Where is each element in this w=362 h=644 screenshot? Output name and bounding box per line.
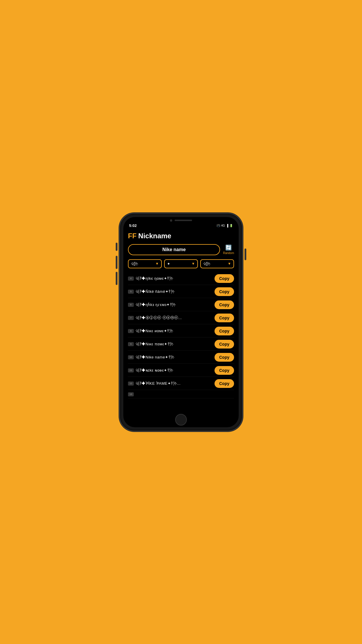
app-title: FF Nickname [128,232,234,240]
row-number-1: 5 [128,290,134,294]
signal-icon: ▐ [226,224,228,227]
nickname-left-3: 7 ꧁༒✦Ⓝ①ⓚⓔ ⓝⓐⓜⓔ... [128,316,212,320]
row-number-2: 6 [128,303,134,307]
home-button-area [123,412,239,427]
volume-down-button [116,272,117,285]
phone-speaker [175,220,192,221]
vibrate-icon: 📳 [217,224,220,227]
nickname-text-1: ꧁༒✦Ñïkë ñämë✦༒꧂ [136,289,175,294]
copy-button-7[interactable]: Copy [215,366,234,375]
row-number-7: 11 [128,368,134,372]
copy-button-3[interactable]: Copy [215,314,234,322]
dropdown-arrow-1: ▼ [155,262,159,266]
nickname-row: 11 ꧁༒✦ɴɪkε ɴαɵε✦༒꧂ Copy [128,364,234,377]
nickname-row-partial: 13 [128,391,234,398]
nickname-row: 7 ꧁༒✦Ⓝ①ⓚⓔ ⓝⓐⓜⓔ... Copy [128,312,234,324]
nickname-left-0: 4 ꧁༒✦ηïkє ηαмє✦༒꧂ [128,276,212,281]
row-number-5: 9 [128,342,134,346]
row-number-6: 10 [128,355,134,359]
nickname-row: 8 ꧁༒✦Νικε иαмε✦༒꧂ Copy [128,325,234,337]
dropdown-arrow-2: ▼ [191,262,195,266]
title-ff: FF [128,232,136,240]
copy-button-2[interactable]: Copy [215,300,234,309]
search-row: 🔄 Random [128,244,234,255]
filter-dropdown-1[interactable]: ꧁꧂ ▼ [128,259,162,268]
copy-button-8[interactable]: Copy [215,379,234,388]
nickname-row: 9 ꧁༒✦Νικε παмε✦༒꧂ Copy [128,338,234,351]
copy-button-6[interactable]: Copy [215,353,234,362]
nickname-left-5: 9 ꧁༒✦Νικε παмε✦༒꧂ [128,342,212,346]
nickname-row: 10 ꧁༒✦Nike name✦༒꧂ Copy [128,351,234,364]
nickname-row: 4 ꧁༒✦ηïkє ηαмє✦༒꧂ Copy [128,272,234,285]
power-button [245,249,246,260]
row-number-partial: 13 [128,392,134,396]
screen-content: FF Nickname 🔄 Random ꧁꧂ ▼ ✦ ▼ [123,229,239,412]
nickname-left-4: 8 ꧁༒✦Νικε иαмε✦༒꧂ [128,329,212,333]
copy-button-0[interactable]: Copy [215,274,234,283]
filter-row: ꧁꧂ ▼ ✦ ▼ ꧁꧂ ▼ [128,259,234,268]
title-text: Nickname [138,232,171,240]
filter-dropdown-2[interactable]: ✦ ▼ [164,259,198,268]
nickname-text-7: ꧁༒✦ɴɪkε ɴαɵε✦༒꧂ [136,368,173,372]
nickname-text-4: ꧁༒✦Νικε иαмε✦༒꧂ [136,329,173,333]
row-number-3: 7 [128,316,134,320]
filter-symbol-1: ꧁꧂ [131,262,138,266]
row-number-8: 12 [128,382,134,386]
copy-button-1[interactable]: Copy [215,287,234,296]
nickname-row: 12 ꧁༒✦ῬĪKΕ ῬAME✦༒꧂... Copy [128,377,234,390]
random-button[interactable]: 🔄 Random [223,244,234,255]
nickname-text-8: ꧁༒✦ῬĪKΕ ῬAME✦༒꧂... [136,381,181,386]
nickname-left-7: 11 ꧁༒✦ɴɪkε ɴαɵε✦༒꧂ [128,368,212,372]
battery-icon: 🔋 [229,224,233,227]
front-camera [170,219,172,222]
phone-frame: 5:02 📳 4G ▐ 🔋 FF Nickname 🔄 Random [120,214,242,431]
phone-screen: 5:02 📳 4G ▐ 🔋 FF Nickname 🔄 Random [123,217,239,427]
home-button[interactable] [175,414,187,426]
nickname-left-partial: 13 [128,392,234,396]
search-input[interactable] [128,244,220,255]
random-label: Random [223,251,234,255]
copy-button-4[interactable]: Copy [215,327,234,335]
nickname-left-2: 6 ꧁༒✦ηɦkз ηɾємз✦༒꧂ [128,302,212,307]
nickname-text-2: ꧁༒✦ηɦkз ηɾємз✦༒꧂ [136,302,176,307]
nickname-left-8: 12 ꧁༒✦ῬĪKΕ ῬAME✦༒꧂... [128,381,212,386]
status-icons: 📳 4G ▐ 🔋 [217,224,233,227]
row-number-0: 4 [128,276,134,281]
volume-up-button [116,256,117,269]
copy-button-5[interactable]: Copy [215,340,234,349]
nickname-text-5: ꧁༒✦Νικε παмε✦༒꧂ [136,342,174,346]
nickname-left-6: 10 ꧁༒✦Nike name✦༒꧂ [128,355,212,359]
status-time: 5:02 [129,223,137,228]
phone-notch [123,217,239,223]
nickname-text-3: ꧁༒✦Ⓝ①ⓚⓔ ⓝⓐⓜⓔ... [136,316,182,320]
row-number-4: 8 [128,329,134,333]
nickname-left-1: 5 ꧁༒✦Ñïkë ñämë✦༒꧂ [128,289,212,294]
filter-symbol-3: ꧁꧂ [203,262,210,266]
nickname-list: 4 ꧁༒✦ηïkє ηαмє✦༒꧂ Copy 5 ꧁༒✦Ñïkë ñämë✦༒꧂… [128,272,234,398]
network-icon: 4G [221,224,225,227]
nickname-row: 6 ꧁༒✦ηɦkз ηɾємз✦༒꧂ Copy [128,299,234,311]
status-bar: 5:02 📳 4G ▐ 🔋 [123,223,239,229]
random-icon: 🔄 [225,244,232,251]
nickname-row: 5 ꧁༒✦Ñïkë ñämë✦༒꧂ Copy [128,286,234,298]
filter-dropdown-3[interactable]: ꧁꧂ ▼ [200,259,234,268]
nickname-text-6: ꧁༒✦Nike name✦༒꧂ [136,355,175,359]
filter-symbol-2: ✦ [167,262,170,266]
mute-button [116,243,117,251]
nickname-text-0: ꧁༒✦ηïkє ηαмє✦༒꧂ [136,276,173,281]
dropdown-arrow-3: ▼ [228,262,231,266]
